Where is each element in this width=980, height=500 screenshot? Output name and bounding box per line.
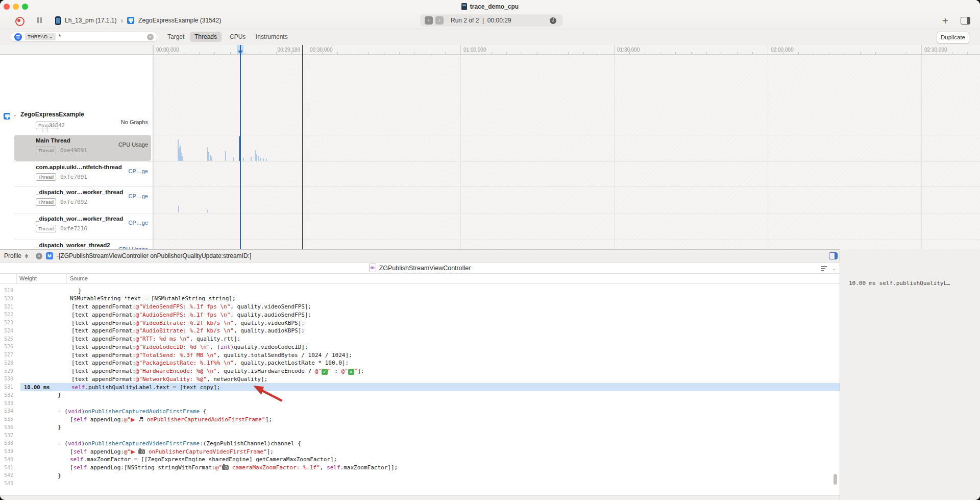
code-line[interactable]: 527[text appendFormat:@"TotalSend: %.3f … [0, 351, 840, 359]
cpu-usage-spike [258, 156, 259, 161]
code-line[interactable]: 523[text appendFormat:@"VideoBitrate: %.… [0, 319, 840, 327]
thread-filter-field[interactable]: THREAD ⌄ * × [11, 32, 157, 42]
line-number: 543 [0, 481, 13, 486]
code-line[interactable]: 541[self appendLog:[NSString stringWithF… [0, 464, 840, 472]
source-scrollbar[interactable] [834, 474, 837, 485]
ruler-time-label: 01:00.000 [463, 47, 486, 53]
process-expand-icon[interactable]: ⌄ [42, 127, 47, 132]
pause-button[interactable] [37, 17, 42, 23]
code-line[interactable]: 525[text appendFormat:@"RTT: %d ms \n", … [0, 335, 840, 343]
thread-row[interactable]: com.apple.uiki…ntfetch-threadThread0xfe7… [0, 161, 153, 188]
clear-filter-icon[interactable]: × [147, 34, 154, 40]
thread-row[interactable]: _dispatch_wor…worker_threadThread0xfe721… [0, 213, 153, 240]
code-line[interactable]: 539[self appendLog:@"▶ onPublisherCaptur… [0, 447, 840, 456]
close-breadcrumb-icon[interactable]: × [36, 253, 42, 259]
code-line[interactable]: 543 [0, 480, 840, 488]
playhead-line[interactable] [240, 45, 241, 249]
line-number: 536 [0, 424, 13, 430]
ruler-tick [261, 52, 261, 54]
cpu-usage-spike [251, 157, 252, 161]
method-badge-icon: M [46, 252, 53, 259]
process-graph-label[interactable]: No Graphs [92, 119, 148, 125]
cpu-usage-spike [225, 151, 226, 161]
disclosure-chevron-icon[interactable]: ⌄ [13, 112, 17, 117]
next-run-button[interactable]: › [435, 16, 444, 25]
track-gridline [768, 55, 768, 249]
code-line[interactable]: 521[text appendFormat:@"VideoSendFPS: %.… [0, 303, 840, 311]
column-weight[interactable]: Weight [19, 275, 37, 281]
ruler-major-tick [153, 45, 154, 55]
code-line[interactable]: 538- (void)onPublisherCapturedVideoFirst… [0, 439, 840, 447]
playhead-marker-icon[interactable] [238, 51, 243, 54]
thread-graph-label[interactable]: CP…ge [92, 168, 148, 174]
process-name[interactable]: ZegoExpressExample [20, 111, 84, 118]
toggle-inspector-icon[interactable] [961, 17, 970, 25]
code-line[interactable]: 528[text appendFormat:@"PackageLostRate:… [0, 359, 840, 367]
thread-row[interactable]: _dispatch_worker_thread2Thread0xfe7314CP… [0, 240, 153, 250]
view-options-icon[interactable]: ⌄ [821, 266, 836, 271]
code-line[interactable]: 535[self appendLog:@"▶ ♬ onPublisherCapt… [0, 415, 840, 423]
thread-graph-label[interactable]: CP…ge [92, 220, 148, 226]
line-number: 538 [0, 440, 13, 446]
profile-selector-arrows-icon[interactable] [25, 254, 28, 258]
heaviest-stack-entry[interactable]: 10.00 ms self.publishQualityL… [849, 280, 950, 287]
device-target-selector[interactable]: Lh_13_pm (17.1.1) › ZegoExpressExample (… [55, 14, 221, 27]
timeline-ruler[interactable]: 00:00.00000:29.18900:30.00001:00.00001:3… [0, 45, 980, 55]
code-line[interactable]: 524[text appendFormat:@"AudioBitrate: %.… [0, 327, 840, 335]
code-line[interactable]: 520NSMutableString *text = [NSMutableStr… [0, 295, 840, 303]
tab-target[interactable]: Target [163, 32, 189, 42]
code-text: [self appendLog:@"▶ onPublisherCapturedV… [70, 448, 274, 455]
track-row-separator [14, 213, 980, 213]
previous-run-button[interactable]: ‹ [425, 16, 433, 25]
tab-threads[interactable]: Threads [190, 32, 222, 42]
code-line[interactable]: 532} [0, 391, 840, 399]
code-line[interactable]: 533 [0, 399, 840, 408]
code-line[interactable]: 542} [0, 471, 840, 480]
cpu-usage-spike [211, 157, 212, 161]
track-gridline [921, 55, 922, 249]
code-line[interactable]: 529[text appendFormat:@"HardwareEncode: … [0, 367, 840, 375]
thread-graph-label[interactable]: CPU Usage [92, 141, 148, 148]
record-button[interactable] [15, 17, 24, 26]
ruler-tick [568, 52, 569, 54]
run-navigator: ‹ › Run 2 of 2 | 00:00:29 i [420, 14, 562, 27]
code-line[interactable]: 534- (void)onPublisherCapturedAudioFirst… [0, 407, 840, 415]
line-number: 531 [0, 384, 13, 390]
filter-input[interactable]: * [59, 33, 144, 40]
line-number: 521 [0, 304, 13, 309]
code-text: } [78, 288, 82, 294]
source-file-header: m ZGPublishStreamViewController [0, 263, 840, 274]
code-line[interactable]: 519} [0, 287, 840, 295]
info-icon[interactable]: i [550, 17, 556, 24]
code-text: } [58, 472, 61, 479]
ruler-tick [845, 52, 845, 54]
detail-breadcrumb-bar: Profile × M -[ZGPublishStreamViewControl… [0, 249, 840, 263]
code-line[interactable]: 536} [0, 423, 840, 432]
code-line[interactable]: 537 [0, 432, 840, 440]
tab-cpus[interactable]: CPUs [225, 32, 250, 42]
add-instrument-button[interactable]: + [942, 15, 948, 27]
filter-token[interactable]: THREAD ⌄ [25, 33, 56, 40]
ruler-tick [337, 52, 338, 54]
window-title-area: trace_demo_cpu [0, 2, 980, 11]
code-line[interactable]: 530[text appendFormat:@"NetworkQuality: … [0, 375, 840, 383]
code-line[interactable]: 526[text appendFormat:@"VideoCodecID: %d… [0, 343, 840, 351]
inspector-toggle-icon[interactable] [829, 252, 838, 259]
code-text: } [58, 392, 61, 398]
code-line[interactable]: 540self.maxZoomFactor = [[ZegoExpressEng… [0, 456, 840, 464]
duplicate-button[interactable]: Duplicate [937, 32, 969, 43]
thread-badge: Thread [36, 198, 56, 206]
tab-instruments[interactable]: Instruments [251, 32, 292, 42]
ruler-tick [645, 52, 645, 54]
profile-selector[interactable]: Profile [4, 252, 21, 259]
thread-graph-label[interactable]: CP…ge [92, 193, 148, 199]
breadcrumb-method[interactable]: -[ZGPublishStreamViewController onPublis… [57, 252, 251, 259]
cpu-usage-spike [266, 159, 267, 161]
column-source[interactable]: Source [70, 275, 88, 281]
ruler-major-tick [921, 45, 922, 55]
thread-row[interactable]: _dispatch_wor…worker_threadThread0xfe709… [0, 186, 153, 213]
thread-row[interactable]: Main ThreadThread0xe49091CPU Usage [0, 135, 153, 161]
code-line[interactable]: 522[text appendFormat:@"AudioSendFPS: %.… [0, 311, 840, 319]
code-line[interactable]: 53110.00 msself.publishQualityLabel.text… [0, 383, 840, 391]
cross-emoji-icon: × [348, 369, 354, 375]
